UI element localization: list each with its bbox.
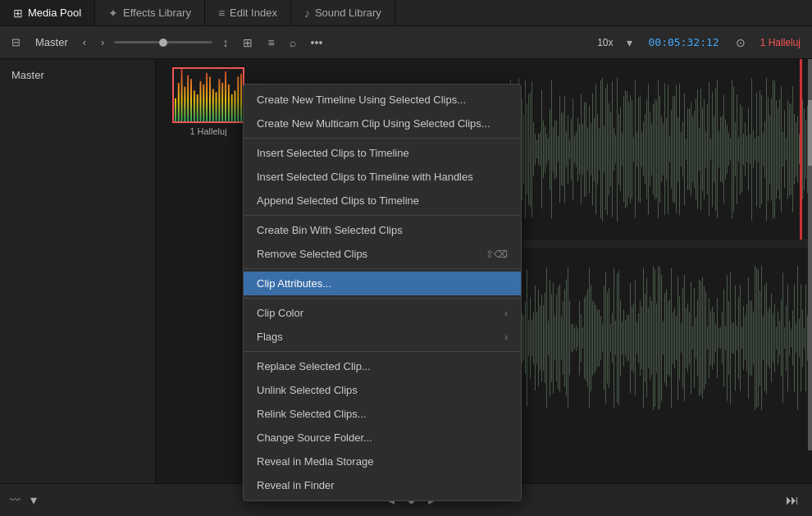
tab-media-pool[interactable]: ⊞ Media Pool <box>0 0 95 25</box>
menu-item-label-create-new-timeline: Create New Timeline Using Selected Clips… <box>257 94 466 106</box>
menu-item-reveal-media-storage[interactable]: Reveal in Media Storage <box>244 450 521 473</box>
effects-library-icon: ✦ <box>108 7 118 20</box>
menu-item-replace-selected[interactable]: Replace Selected Clip... <box>244 354 521 378</box>
menu-item-create-bin[interactable]: Create Bin With Selected Clips <box>244 218 521 242</box>
menu-separator-7 <box>244 298 521 299</box>
menu-separator-1 <box>244 138 521 139</box>
toolbar: ⊟ Master ‹ › ↕ ⊞ ≡ ⌕ ••• 10x ▾ 00:05:32:… <box>0 26 812 59</box>
zoom-dropdown-button[interactable]: ▾ <box>622 33 637 53</box>
timecode-display: 00:05:32:12 <box>642 36 726 48</box>
menu-item-relink-selected[interactable]: Relink Selected Clips... <box>244 402 521 426</box>
menu-item-create-new-timeline[interactable]: Create New Timeline Using Selected Clips… <box>244 88 521 112</box>
menu-item-change-source-folder[interactable]: Change Source Folder... <box>244 426 521 450</box>
sidebar: Master <box>0 59 156 483</box>
menu-item-unlink-selected[interactable]: Unlink Selected Clips <box>244 378 521 402</box>
grid-view-button[interactable]: ⊞ <box>238 33 258 53</box>
list-view-button[interactable]: ≡ <box>262 33 279 53</box>
nav-prev-button[interactable]: ‹ <box>78 33 91 52</box>
sound-library-icon: ♪ <box>304 7 310 20</box>
context-menu: Create New Timeline Using Selected Clips… <box>243 84 522 501</box>
menu-item-arrow-flags: › <box>504 331 508 343</box>
master-label: Master <box>30 36 73 48</box>
menu-item-label-relink-selected: Relink Selected Clips... <box>257 408 367 420</box>
menu-item-label-flags: Flags <box>257 331 283 343</box>
clip-name-badge: 1 Halleluj <box>755 37 805 48</box>
menu-item-append-to-timeline[interactable]: Append Selected Clips to Timeline <box>244 189 521 212</box>
menu-item-label-create-bin: Create Bin With Selected Clips <box>257 224 403 236</box>
nav-next-icon: › <box>101 36 104 48</box>
tab-edit-index-label: Edit Index <box>230 7 277 19</box>
zoom-slider[interactable] <box>114 41 212 43</box>
sort-button[interactable]: ↕ <box>217 33 233 53</box>
panel-toggle-icon: ⊟ <box>11 36 21 48</box>
nav-next-button[interactable]: › <box>96 33 109 52</box>
tab-effects-library[interactable]: ✦ Effects Library <box>95 0 205 25</box>
menu-item-label-replace-selected: Replace Selected Clip... <box>257 360 371 372</box>
menu-item-insert-with-handles[interactable]: Insert Selected Clips to Timeline with H… <box>244 165 521 189</box>
menu-item-label-reveal-media-storage: Reveal in Media Storage <box>257 455 373 468</box>
menu-separator-6 <box>244 268 521 269</box>
menu-separator-9 <box>244 351 521 352</box>
tab-edit-index[interactable]: ≡ Edit Index <box>205 0 291 25</box>
menu-item-label-insert-with-handles: Insert Selected Clips to Timeline with H… <box>257 171 473 183</box>
waveform-icon: 〰 <box>10 494 21 506</box>
tab-sound-library-label: Sound Library <box>315 7 381 19</box>
menu-item-label-clip-color: Clip Color <box>257 307 303 319</box>
transport-dropdown[interactable]: ▾ <box>27 489 40 511</box>
menu-item-flags[interactable]: Flags› <box>244 325 521 349</box>
skip-to-end-button[interactable]: ⏭ <box>782 490 802 511</box>
sidebar-master-label: Master <box>7 66 148 84</box>
media-pool-content: 1 Halleluj Create New Timeline Using Sel… <box>156 59 812 483</box>
clip-label: 1 Halleluj <box>172 126 244 136</box>
menu-item-create-multicam[interactable]: Create New Multicam Clip Using Selected … <box>244 112 521 135</box>
tab-bar: ⊞ Media Pool ✦ Effects Library ≡ Edit In… <box>0 0 812 26</box>
menu-separator-4 <box>244 215 521 216</box>
waveform-area <box>509 59 812 483</box>
menu-item-reveal-finder[interactable]: Reveal in Finder <box>244 473 521 497</box>
zoom-label: 10x <box>594 37 616 48</box>
menu-item-label-reveal-finder: Reveal in Finder <box>257 479 335 491</box>
menu-item-shortcut-remove-selected: ⇧⌫ <box>486 249 508 260</box>
tab-sound-library[interactable]: ♪ Sound Library <box>291 0 395 25</box>
menu-item-label-create-multicam: Create New Multicam Clip Using Selected … <box>257 117 490 130</box>
menu-item-arrow-clip-color: › <box>504 308 508 319</box>
nav-prev-icon: ‹ <box>83 36 86 48</box>
panel-toggle-button[interactable]: ⊟ <box>7 33 25 52</box>
menu-item-label-remove-selected: Remove Selected Clips <box>257 248 367 260</box>
menu-item-insert-to-timeline[interactable]: Insert Selected Clips to Timeline <box>244 141 521 165</box>
menu-item-label-unlink-selected: Unlink Selected Clips <box>257 384 358 396</box>
menu-item-label-insert-to-timeline: Insert Selected Clips to Timeline <box>257 147 409 159</box>
menu-item-clip-attributes[interactable]: Clip Attributes... <box>244 272 521 295</box>
search-button[interactable]: ⌕ <box>285 33 301 53</box>
timecode-settings-button[interactable]: ⊙ <box>731 33 750 53</box>
menu-item-label-change-source-folder: Change Source Folder... <box>257 432 372 444</box>
menu-item-clip-color[interactable]: Clip Color› <box>244 301 521 325</box>
tab-effects-library-label: Effects Library <box>123 7 191 19</box>
menu-item-remove-selected[interactable]: Remove Selected Clips⇧⌫ <box>244 242 521 266</box>
clip-thumbnail[interactable] <box>172 67 244 123</box>
more-options-button[interactable]: ••• <box>306 33 328 53</box>
menu-item-label-clip-attributes: Clip Attributes... <box>257 277 331 290</box>
edit-index-icon: ≡ <box>218 7 225 20</box>
media-pool-icon: ⊞ <box>13 7 23 20</box>
tab-media-pool-label: Media Pool <box>28 7 81 19</box>
menu-item-label-append-to-timeline: Append Selected Clips to Timeline <box>257 194 419 207</box>
main-area: Master 1 Halleluj Create New Timeline Us… <box>0 59 812 483</box>
